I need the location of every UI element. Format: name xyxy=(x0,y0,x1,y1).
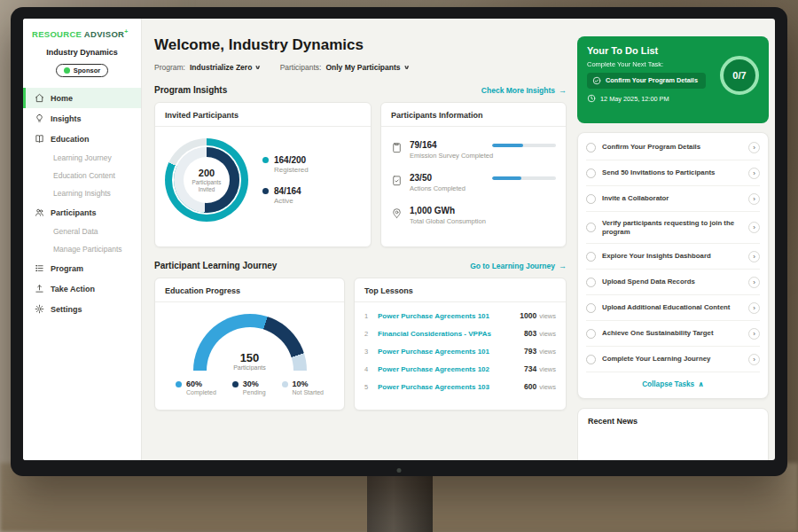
lesson-rank: 2 xyxy=(364,330,372,338)
chevron-right-icon[interactable]: › xyxy=(748,277,760,288)
chevron-right-icon[interactable]: › xyxy=(748,251,760,262)
monitor-bezel: RESOURCE ADVISOR+ Industry Dynamics Spon… xyxy=(11,7,787,476)
check-more-insights-link[interactable]: Check More Insights → xyxy=(481,86,567,95)
task-label: Invite a Collaborator xyxy=(602,194,742,203)
recent-news-title: Recent News xyxy=(588,417,758,426)
filters-row: Program: Industrialize Zero ∨ Participan… xyxy=(154,63,567,72)
lesson-row: 3 Power Purchase Agreements 101 793views xyxy=(364,347,556,356)
legend-dot-light xyxy=(282,381,288,387)
collapse-label: Collapse Tasks xyxy=(642,380,694,388)
task-row[interactable]: Complete Your Learning Journey › xyxy=(586,347,760,372)
education-progress-card: Education Progress 150 Participants xyxy=(154,278,345,411)
learning-journey-header: Participant Learning Journey Go to Learn… xyxy=(154,261,567,270)
task-checkbox[interactable] xyxy=(586,194,596,204)
progress-fill xyxy=(492,144,523,147)
program-select[interactable]: Industrialize Zero ∨ xyxy=(190,63,261,72)
task-row[interactable]: Achieve One Sustainability Target › xyxy=(586,321,760,347)
task-label: Verify participants requesting to join t… xyxy=(602,219,742,237)
sidebar: RESOURCE ADVISOR+ Industry Dynamics Spon… xyxy=(23,19,142,460)
task-row[interactable]: Confirm Your Program Details › xyxy=(586,135,760,160)
task-checkbox[interactable] xyxy=(586,303,596,313)
sidebar-item-program[interactable]: Program xyxy=(23,258,141,278)
card-title: Education Progress xyxy=(165,286,334,295)
nav-label: Take Action xyxy=(51,285,95,293)
gauge-label: Participants xyxy=(193,364,307,371)
invited-participants-donut-chart: 200 Participants Invited xyxy=(165,138,248,222)
sidebar-item-settings[interactable]: Settings xyxy=(23,299,141,319)
info-label: Emission Survey Completed xyxy=(410,152,493,160)
legend-label: Active xyxy=(274,197,301,205)
legend-value: 84/164 xyxy=(274,186,301,196)
task-checkbox[interactable] xyxy=(586,278,596,287)
participants-select[interactable]: Only My Participants ∨ xyxy=(325,63,408,72)
legend-value: 10% xyxy=(293,379,324,388)
sidebar-item-learning-journey[interactable]: Learning Journey xyxy=(23,149,141,167)
legend-dot-navy xyxy=(232,381,239,387)
nav-label: Home xyxy=(51,94,73,103)
org-name: Industry Dynamics xyxy=(23,48,141,57)
chevron-down-icon: ∨ xyxy=(254,64,262,71)
lesson-rank: 1 xyxy=(364,312,372,320)
divider xyxy=(155,301,344,302)
legend-dot-navy xyxy=(262,188,269,194)
legend-label: Registered xyxy=(274,166,309,174)
task-checkbox[interactable] xyxy=(586,355,596,364)
lesson-link[interactable]: Power Purchase Agreements 102 xyxy=(378,365,489,373)
nav-label: Program xyxy=(51,264,83,273)
sidebar-item-participants[interactable]: Participants xyxy=(23,202,141,223)
chevron-right-icon[interactable]: › xyxy=(748,302,760,314)
task-row[interactable]: Send 50 Invitations to Participants › xyxy=(586,160,760,186)
next-task-chip[interactable]: Confirm Your Program Details xyxy=(587,73,706,89)
sidebar-item-learning-insights[interactable]: Learning Insights xyxy=(23,184,141,202)
card-title: Invited Participants xyxy=(165,111,361,120)
section-title: Participant Learning Journey xyxy=(154,261,277,270)
sidebar-item-insights[interactable]: Insights xyxy=(23,108,141,129)
sidebar-item-education[interactable]: Education xyxy=(23,129,141,149)
todo-summary-card: Your To Do List Complete Your Next Task:… xyxy=(577,36,769,123)
sidebar-item-general-data[interactable]: General Data xyxy=(23,223,141,240)
sidebar-item-education-content[interactable]: Education Content xyxy=(23,167,141,184)
task-row[interactable]: Invite a Collaborator › xyxy=(586,186,760,212)
lesson-link[interactable]: Financial Considerations - VPPAs xyxy=(378,330,491,338)
task-row[interactable]: Verify participants requesting to join t… xyxy=(586,212,760,244)
task-checkbox[interactable] xyxy=(586,143,596,153)
task-row[interactable]: Upload Spend Data Records › xyxy=(586,270,760,295)
chevron-right-icon[interactable]: › xyxy=(748,168,760,179)
sidebar-item-take-action[interactable]: Take Action xyxy=(23,278,141,299)
logo-resource: RESOURCE xyxy=(32,29,82,39)
go-to-learning-journey-link[interactable]: Go to Learning Journey → xyxy=(470,262,567,270)
photo-background: RESOURCE ADVISOR+ Industry Dynamics Spon… xyxy=(0,0,798,532)
nav-label: Participants xyxy=(51,208,97,217)
actions-icon xyxy=(391,175,403,186)
chevron-right-icon[interactable]: › xyxy=(748,193,760,205)
next-task-label: Confirm Your Program Details xyxy=(606,77,698,84)
arrow-right-icon: → xyxy=(559,86,567,95)
task-checkbox[interactable] xyxy=(586,168,596,178)
chevron-down-icon: ∨ xyxy=(403,64,410,71)
task-row[interactable]: Upload Additional Educational Content › xyxy=(586,295,760,321)
lesson-row: 1 Power Purchase Agreements 101 1000view… xyxy=(364,311,556,320)
chevron-right-icon[interactable]: › xyxy=(748,354,760,365)
sidebar-item-home[interactable]: Home xyxy=(23,88,141,108)
lesson-link[interactable]: Power Purchase Agreements 103 xyxy=(378,383,489,391)
lesson-link[interactable]: Power Purchase Agreements 101 xyxy=(378,348,489,356)
participants-information-card: Participants Information 79/164 Emission… xyxy=(380,102,567,247)
sidebar-item-manage-participants[interactable]: Manage Participants xyxy=(23,240,141,258)
task-label: Explore Your Insights Dashboard xyxy=(602,252,742,261)
progress-fill xyxy=(492,176,521,180)
sidebar-nav: Home Insights Education Learning Journey… xyxy=(23,88,141,319)
task-row[interactable]: Explore Your Insights Dashboard › xyxy=(586,244,760,270)
lesson-link[interactable]: Power Purchase Agreements 101 xyxy=(378,312,489,320)
progress-bar xyxy=(492,144,556,147)
chevron-right-icon[interactable]: › xyxy=(748,222,760,233)
legend-value: 164/200 xyxy=(274,155,309,165)
task-checkbox[interactable] xyxy=(586,329,596,339)
sponsor-badge[interactable]: Sponsor xyxy=(56,64,108,77)
task-checkbox[interactable] xyxy=(586,223,596,232)
collapse-tasks-button[interactable]: Collapse Tasks ∧ xyxy=(586,372,760,396)
task-checkbox[interactable] xyxy=(586,252,596,262)
gauge-center: 150 Participants xyxy=(193,351,307,371)
chevron-right-icon[interactable]: › xyxy=(748,142,760,153)
lesson-views: 793views xyxy=(524,347,556,356)
chevron-right-icon[interactable]: › xyxy=(748,328,760,340)
